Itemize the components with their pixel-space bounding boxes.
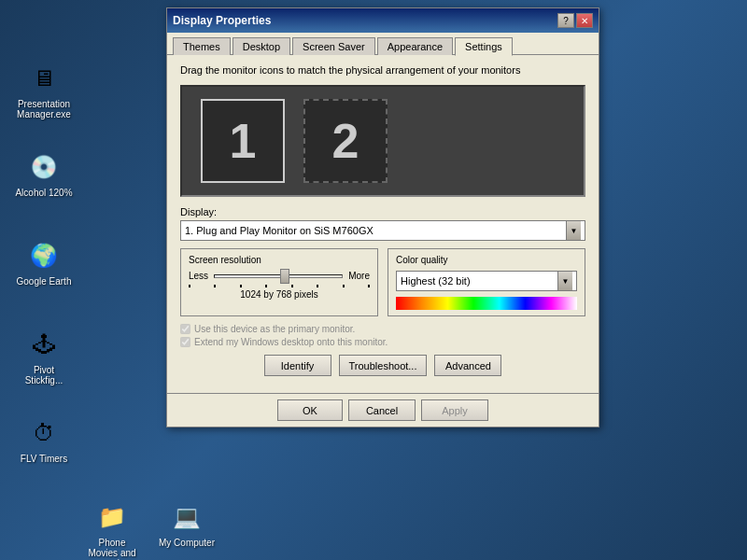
tab-themes[interactable]: Themes xyxy=(173,37,231,55)
pivot-icon: 🕹 xyxy=(25,326,63,363)
more-label: More xyxy=(348,271,370,281)
dialog-body: Drag the monitor icons to match the phys… xyxy=(167,55,599,393)
my-computer-icon: 💻 xyxy=(168,498,205,536)
display-properties-dialog: Display Properties ? ✕ Themes Desktop Sc… xyxy=(166,7,599,427)
dialog-title: Display Properties xyxy=(173,14,271,27)
tab-desktop[interactable]: Desktop xyxy=(233,37,290,55)
display-select-arrow[interactable]: ▼ xyxy=(566,221,581,240)
title-bar-buttons: ? ✕ xyxy=(557,13,593,28)
desktop-icon-google-earth[interactable]: 🌍 Google Earth xyxy=(11,233,77,290)
presentation-manager-label: Presentation Manager.exe xyxy=(15,99,73,119)
slider-thumb[interactable] xyxy=(280,269,289,284)
monitor-1-box[interactable]: 1 xyxy=(201,99,285,183)
ok-button[interactable]: OK xyxy=(277,399,343,421)
title-bar: Display Properties ? ✕ xyxy=(167,8,599,33)
primary-monitor-label: Use this device as the primary monitor. xyxy=(194,324,355,334)
action-buttons-row: Identify Troubleshoot... Advanced xyxy=(180,355,585,376)
color-quality-select[interactable]: Highest (32 bit) ▼ xyxy=(396,271,577,291)
pivot-label: Pivot Stickfig... xyxy=(15,365,73,385)
display-select[interactable]: 1. Plug and Play Monitor on SiS M760GX ▼ xyxy=(180,220,585,241)
monitor-1-number: 1 xyxy=(230,113,257,169)
bottom-buttons-row: OK Cancel Apply xyxy=(167,393,599,427)
screen-resolution-box: Screen resolution Less More 1024 by 768 … xyxy=(180,248,378,316)
less-label: Less xyxy=(189,271,208,281)
close-button[interactable]: ✕ xyxy=(576,13,593,28)
primary-monitor-checkbox[interactable] xyxy=(180,324,190,334)
flv-icon: ⏱ xyxy=(25,414,63,452)
resolution-value: 1024 by 768 pixels xyxy=(189,289,370,300)
color-quality-value: Highest (32 bit) xyxy=(401,275,471,287)
slider-row: Less More xyxy=(189,271,370,281)
display-label: Display: xyxy=(180,206,585,217)
identify-button[interactable]: Identify xyxy=(264,355,331,376)
my-computer-label: My Computer xyxy=(159,538,215,548)
tab-appearance[interactable]: Appearance xyxy=(377,37,453,55)
phone-movies-icon: 📁 xyxy=(93,498,131,536)
flv-label: FLV Timers xyxy=(21,454,67,464)
primary-monitor-row: Use this device as the primary monitor. xyxy=(180,324,585,334)
tab-bar: Themes Desktop Screen Saver Appearance S… xyxy=(167,33,599,55)
display-select-value: 1. Plug and Play Monitor on SiS M760GX xyxy=(185,225,374,236)
desktop-icon-flv[interactable]: ⏱ FLV Timers xyxy=(11,411,77,468)
apply-button[interactable]: Apply xyxy=(421,399,488,421)
extend-desktop-label: Extend my Windows desktop onto this moni… xyxy=(194,337,388,347)
help-button[interactable]: ? xyxy=(557,13,574,28)
advanced-button[interactable]: Advanced xyxy=(434,355,501,376)
desktop-icon-my-computer[interactable]: 💻 My Computer xyxy=(154,495,219,552)
desktop: 🖥 Presentation Manager.exe 💿 Alcohol 120… xyxy=(0,0,747,560)
color-bar xyxy=(396,297,577,310)
monitor-2-number: 2 xyxy=(332,113,359,169)
desktop-icon-phone-movies[interactable]: 📁 Phone Movies and music xyxy=(79,495,145,560)
tab-settings[interactable]: Settings xyxy=(455,37,513,56)
monitor-display-area: 1 2 xyxy=(180,85,585,197)
monitor-2-box[interactable]: 2 xyxy=(303,99,388,183)
phone-movies-label: Phone Movies and music xyxy=(83,538,141,560)
alcohol-label: Alcohol 120% xyxy=(15,188,72,198)
resolution-slider[interactable] xyxy=(214,274,343,278)
google-earth-label: Google Earth xyxy=(17,276,72,287)
desktop-icon-pivot[interactable]: 🕹 Pivot Stickfig... xyxy=(11,322,77,389)
extend-desktop-checkbox[interactable] xyxy=(180,337,190,347)
cancel-button[interactable]: Cancel xyxy=(348,399,416,421)
color-quality-title: Color quality xyxy=(396,255,577,265)
google-earth-icon: 🌍 xyxy=(25,237,63,274)
alcohol-icon: 💿 xyxy=(25,148,63,186)
slider-dots xyxy=(189,285,370,287)
desktop-icon-presentation-manager[interactable]: 🖥 Presentation Manager.exe xyxy=(11,56,77,123)
desktop-icon-alcohol[interactable]: 💿 Alcohol 120% xyxy=(11,145,77,202)
troubleshoot-button[interactable]: Troubleshoot... xyxy=(339,355,428,376)
instruction-text: Drag the monitor icons to match the phys… xyxy=(180,64,585,76)
color-quality-arrow[interactable]: ▼ xyxy=(557,272,572,290)
resolution-color-row: Screen resolution Less More 1024 by 768 … xyxy=(180,248,585,316)
presentation-manager-icon: 🖥 xyxy=(25,60,63,97)
extend-desktop-row: Extend my Windows desktop onto this moni… xyxy=(180,337,585,347)
tab-screen-saver[interactable]: Screen Saver xyxy=(292,37,375,55)
display-section: Display: 1. Plug and Play Monitor on SiS… xyxy=(180,206,585,241)
color-quality-box: Color quality Highest (32 bit) ▼ xyxy=(388,248,585,316)
resolution-title: Screen resolution xyxy=(189,255,370,265)
